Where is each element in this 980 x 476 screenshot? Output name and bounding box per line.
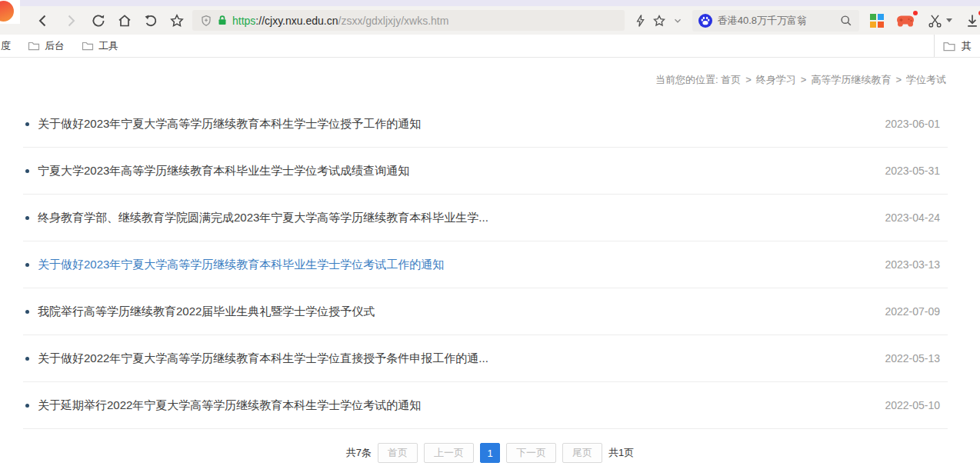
news-list: 关于做好2023年宁夏大学高等学历继续教育本科生学士学位授予工作的通知 2023… [23, 101, 948, 429]
home-button[interactable] [117, 13, 132, 28]
breadcrumb-current: 学位考试 [906, 74, 946, 85]
news-date: 2023-04-24 [885, 211, 948, 224]
bullet-icon [25, 404, 29, 408]
breadcrumb-continuing-education[interactable]: 高等学历继续教育 [811, 74, 891, 85]
downloads-button[interactable] [965, 13, 980, 28]
news-link[interactable]: 关于做好2023年宁夏大学高等学历继续教育本科毕业生学士学位考试工作的通知 [38, 258, 885, 272]
screenshot-menu-button[interactable] [946, 18, 952, 22]
url-path: /zsxx/gdxljxjy/xwks.htm [338, 15, 449, 27]
lightning-icon [634, 14, 646, 28]
list-item: 关于做好2023年宁夏大学高等学历继续教育本科生学士学位授予工作的通知 2023… [23, 101, 948, 148]
bookmark-folder-gongju[interactable]: 工具 [82, 39, 118, 53]
undo-button[interactable] [143, 13, 158, 28]
games-button[interactable] [896, 13, 915, 28]
news-link[interactable]: 终身教育学部、继续教育学院圆满完成2023年宁夏大学高等学历继续教育本科毕业生学… [38, 211, 885, 225]
news-date: 2023-05-31 [885, 165, 948, 177]
news-date: 2023-06-01 [885, 118, 948, 130]
download-icon [965, 13, 980, 28]
first-page-button[interactable]: 首页 [378, 443, 418, 463]
folder-icon [942, 40, 956, 52]
list-item: 终身教育学部、继续教育学院圆满完成2023年宁夏大学高等学历继续教育本科毕业生学… [23, 195, 948, 241]
back-icon [35, 13, 51, 28]
notification-dot [913, 11, 918, 15]
search-icon [839, 14, 853, 28]
url-protocol: https [232, 15, 255, 27]
breadcrumb-lifelong-learning[interactable]: 终身学习 [756, 74, 796, 85]
bookmarks-bar: 度 后台 工具 其 [0, 35, 980, 58]
shield-icon[interactable] [200, 15, 212, 27]
address-bar[interactable]: https://cjxy.nxu.edu.cn/zsxx/gdxljxjy/xw… [192, 10, 625, 31]
browser-toolbar: https://cjxy.nxu.edu.cn/zsxx/gdxljxjy/xw… [0, 6, 980, 35]
news-link[interactable]: 关于做好2022年宁夏大学高等学历继续教育本科生学士学位直接授予条件申报工作的通… [38, 351, 885, 366]
news-link[interactable]: 关于做好2023年宁夏大学高等学历继续教育本科生学士学位授予工作的通知 [38, 117, 885, 131]
breadcrumb-separator: > [801, 74, 807, 85]
apps-grid-button[interactable] [870, 14, 884, 28]
lock-icon [217, 15, 228, 26]
bookmark-folder-label: 工具 [98, 39, 118, 53]
current-page-button[interactable]: 1 [480, 443, 500, 463]
list-item: 关于做好2022年宁夏大学高等学历继续教育本科生学士学位直接授予条件申报工作的通… [23, 335, 948, 382]
other-bookmarks-label: 其 [962, 39, 972, 53]
next-page-button[interactable]: 下一页 [506, 443, 556, 463]
screenshot-button[interactable] [927, 13, 943, 28]
news-date: 2022-05-10 [885, 399, 948, 411]
other-bookmarks-folder[interactable]: 其 [934, 35, 980, 57]
bullet-icon [25, 122, 29, 126]
browser-tab-strip [0, 0, 980, 6]
prev-page-button[interactable]: 上一页 [424, 443, 474, 463]
quick-access-button[interactable] [634, 14, 646, 28]
bookmark-folder-label: 后台 [45, 39, 65, 53]
favorites-menu-button[interactable] [672, 15, 683, 26]
caret-down-icon [946, 18, 952, 22]
bullet-icon [25, 216, 29, 220]
url-host: ://cjxy.nxu.edu.cn [255, 15, 338, 27]
refresh-button[interactable] [91, 13, 106, 28]
back-button[interactable] [35, 13, 51, 28]
news-link[interactable]: 宁夏大学2023年高等学历继续教育本科毕业生学士学位考试成绩查询通知 [38, 164, 885, 178]
apps-grid-icon [870, 14, 884, 28]
forward-icon [63, 13, 78, 28]
forward-button[interactable] [63, 13, 78, 28]
breadcrumb-separator: > [895, 74, 902, 85]
news-link[interactable]: 我院举行高等学历继续教育2022届毕业生典礼暨学士学位授予仪式 [38, 305, 885, 319]
breadcrumb-home[interactable]: 首页 [721, 74, 741, 85]
scissors-icon [927, 13, 943, 28]
search-box[interactable]: 香港40.8万千万富翁 [692, 10, 859, 32]
bullet-icon [25, 263, 29, 267]
extensions-area [870, 13, 980, 28]
breadcrumb-separator: > [745, 74, 752, 85]
news-link[interactable]: 关于延期举行2022年宁夏大学高等学历继续教育本科生学士学位考试的通知 [38, 398, 885, 413]
bookmark-star-icon [169, 13, 185, 28]
browser-logo-icon [0, 0, 20, 24]
bookmark-page-button[interactable] [169, 13, 185, 28]
list-item: 关于延期举行2022年宁夏大学高等学历继续教育本科生学士学位考试的通知 2022… [23, 382, 948, 429]
pagination: 共7条 首页 上一页 1 下一页 尾页 共1页 [0, 443, 980, 463]
favorite-button[interactable] [652, 14, 666, 28]
news-date: 2022-05-13 [885, 352, 948, 364]
bullet-icon [25, 310, 29, 314]
list-item: 我院举行高等学历继续教育2022届毕业生典礼暨学士学位授予仪式 2022-07-… [23, 288, 948, 335]
search-submit-button[interactable] [839, 14, 853, 28]
bullet-icon [25, 357, 29, 361]
page-content: 当前您的位置: 首页>终身学习>高等学历继续教育>学位考试 关于做好2023年宁… [0, 58, 980, 463]
bookmark-item-baidu[interactable]: 度 [1, 39, 11, 53]
bookmark-folder-houtai[interactable]: 后台 [28, 39, 65, 53]
total-items-label: 共7条 [346, 446, 372, 460]
home-icon [117, 13, 132, 28]
news-date: 2022-07-09 [885, 305, 948, 318]
chevron-down-icon [672, 15, 683, 26]
undo-icon [143, 13, 158, 28]
list-item: 宁夏大学2023年高等学历继续教育本科毕业生学士学位考试成绩查询通知 2023-… [23, 148, 948, 195]
breadcrumb-prefix: 当前您的位置: [655, 74, 718, 85]
total-pages-label: 共1页 [608, 446, 634, 460]
news-date: 2023-03-13 [885, 258, 948, 271]
folder-icon [82, 40, 94, 52]
game-controller-icon [896, 13, 915, 28]
search-input[interactable]: 香港40.8万千万富翁 [718, 14, 834, 28]
breadcrumb: 当前您的位置: 首页>终身学习>高等学历继续教育>学位考试 [0, 58, 980, 88]
last-page-button[interactable]: 尾页 [562, 443, 602, 463]
favorite-star-icon [652, 14, 666, 28]
list-item: 关于做好2023年宁夏大学高等学历继续教育本科毕业生学士学位考试工作的通知 20… [23, 241, 948, 288]
refresh-icon [91, 13, 106, 28]
bullet-icon [25, 169, 29, 173]
